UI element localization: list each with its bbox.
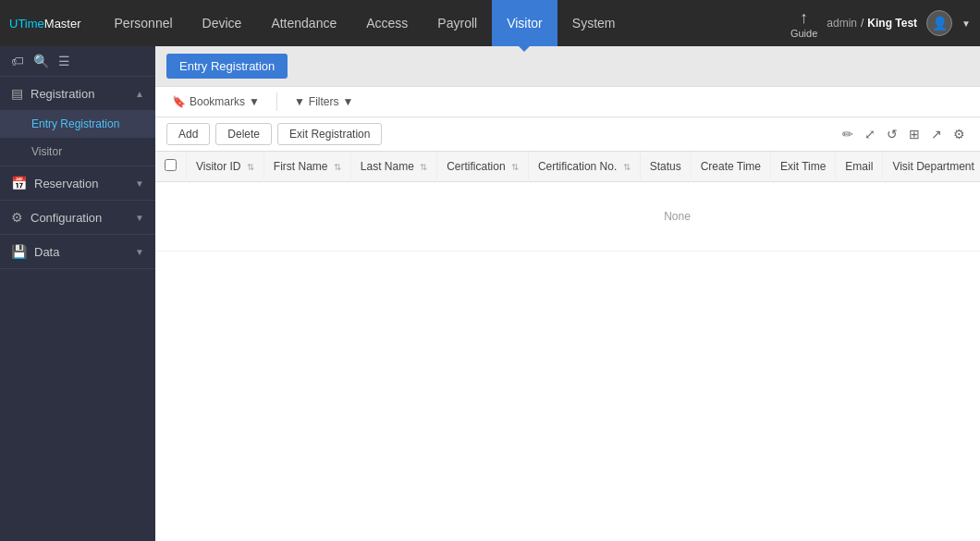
table-header-status: Status (640, 152, 691, 182)
settings-icon-button[interactable]: ⚙ (949, 125, 969, 143)
table-header-certification: Certification ⇅ (437, 152, 529, 182)
filters-button[interactable]: ▼ Filters ▼ (288, 93, 359, 110)
sidebar-item-visitor[interactable]: Visitor (0, 138, 155, 166)
refresh-icon-button[interactable]: ↺ (883, 125, 901, 143)
main-layout: 🏷 🔍 ☰ ▤ Registration ▲ Entry Registratio… (0, 46, 980, 541)
content-area: Entry Registration 🔖 Bookmarks ▼ ▼ Filte… (155, 46, 980, 541)
sidebar-configuration-label: Configuration (31, 211, 128, 225)
delete-button[interactable]: Delete (215, 123, 272, 145)
bookmarks-filters-toolbar: 🔖 Bookmarks ▼ ▼ Filters ▼ (155, 87, 980, 117)
table-header-first-name: First Name ⇅ (263, 152, 350, 182)
table-header-visit-department: Visit Department (883, 152, 980, 182)
first-name-sort-icon[interactable]: ⇅ (334, 162, 341, 172)
nav-attendance[interactable]: Attendance (256, 0, 351, 46)
sidebar-section-configuration: ⚙ Configuration ▼ (0, 201, 155, 235)
filters-label: Filters (309, 95, 339, 108)
content-header: Entry Registration (155, 46, 980, 87)
nav-personnel[interactable]: Personnel (100, 0, 188, 46)
user-info: admin / King Test (827, 17, 917, 30)
table-header-checkbox (155, 152, 187, 182)
nav-device[interactable]: Device (188, 0, 257, 46)
certification-no-sort-icon[interactable]: ⇅ (623, 162, 631, 172)
nav-items: Personnel Device Attendance Access Payro… (100, 0, 790, 46)
bookmark-icon: 🔖 (172, 95, 186, 108)
action-buttons-left: Add Delete Exit Registration (166, 123, 382, 145)
table-header-email: Email (836, 152, 883, 182)
table-header-exit-time: Exit Time (771, 152, 836, 182)
configuration-section-icon: ⚙ (11, 210, 23, 225)
bookmarks-label: Bookmarks (190, 95, 245, 108)
export-icon-button[interactable]: ↗ (927, 125, 946, 143)
data-table-container: Visitor ID ⇅ First Name ⇅ Last Name ⇅ (155, 152, 980, 541)
nav-payroll[interactable]: Payroll (423, 0, 492, 46)
action-buttons-right: ✏ ⤢ ↺ ⊞ ↗ ⚙ (839, 125, 969, 143)
table-header-create-time: Create Time (691, 152, 770, 182)
nav-right: ↑ Guide admin / King Test 👤 ▼ (790, 8, 971, 39)
table-header-certification-no: Certification No. ⇅ (528, 152, 640, 182)
expand-icon-button[interactable]: ⤢ (861, 125, 879, 143)
toolbar-separator (276, 92, 277, 111)
filters-dropdown-arrow: ▼ (342, 95, 353, 108)
sidebar-section-reservation: 📅 Reservation ▼ (0, 166, 155, 201)
sidebar-data-label: Data (34, 245, 128, 259)
certification-sort-icon[interactable]: ⇅ (511, 162, 519, 172)
select-all-checkbox[interactable] (165, 159, 177, 171)
data-section-icon: 💾 (11, 244, 27, 259)
user-admin: admin (827, 17, 857, 30)
guide-label: Guide (790, 28, 817, 39)
columns-icon-button[interactable]: ⊞ (905, 125, 924, 143)
sidebar-reservation-label: Reservation (34, 177, 128, 191)
bookmarks-button[interactable]: 🔖 Bookmarks ▼ (166, 93, 265, 110)
empty-row: None (155, 182, 980, 252)
sidebar-toolbar: 🏷 🔍 ☰ (0, 46, 155, 77)
nav-visitor[interactable]: Visitor (492, 0, 557, 46)
table-header: Visitor ID ⇅ First Name ⇅ Last Name ⇅ (155, 152, 980, 182)
nav-access[interactable]: Access (351, 0, 423, 46)
sidebar-section-registration-header[interactable]: ▤ Registration ▲ (0, 77, 155, 110)
table-header-visitor-id: Visitor ID ⇅ (187, 152, 264, 182)
table-header-row: Visitor ID ⇅ First Name ⇅ Last Name ⇅ (155, 152, 980, 182)
table-header-last-name: Last Name ⇅ (350, 152, 436, 182)
filter-icon: ▼ (294, 95, 305, 108)
guide-icon: ↑ (800, 8, 808, 28)
table-body: None (155, 182, 980, 252)
list-icon[interactable]: ☰ (58, 54, 70, 68)
user-dropdown-arrow[interactable]: ▼ (962, 18, 971, 29)
sidebar-section-configuration-header[interactable]: ⚙ Configuration ▼ (0, 201, 155, 234)
user-avatar[interactable]: 👤 (926, 10, 952, 36)
tag-icon[interactable]: 🏷 (11, 54, 24, 68)
sidebar-registration-label: Registration (31, 87, 128, 101)
action-row: Add Delete Exit Registration ✏ ⤢ ↺ ⊞ ↗ ⚙ (155, 117, 980, 152)
logo-utime: UTime (9, 17, 44, 31)
sidebar-section-reservation-header[interactable]: 📅 Reservation ▼ (0, 166, 155, 200)
registration-chevron-icon: ▲ (135, 89, 144, 99)
top-navigation: UTime Master Personnel Device Attendance… (0, 0, 980, 46)
guide-button[interactable]: ↑ Guide (790, 8, 817, 39)
data-table: Visitor ID ⇅ First Name ⇅ Last Name ⇅ (155, 152, 980, 252)
sidebar-item-entry-registration[interactable]: Entry Registration (0, 110, 155, 138)
sidebar-section-registration: ▤ Registration ▲ Entry Registration Visi… (0, 77, 155, 166)
sidebar-section-data-header[interactable]: 💾 Data ▼ (0, 235, 155, 268)
user-name: King Test (867, 17, 917, 30)
sidebar-section-data: 💾 Data ▼ (0, 235, 155, 269)
logo-master: Master (44, 17, 81, 31)
bookmarks-dropdown-arrow: ▼ (249, 95, 260, 108)
sidebar: 🏷 🔍 ☰ ▤ Registration ▲ Entry Registratio… (0, 46, 155, 541)
search-icon[interactable]: 🔍 (33, 54, 49, 68)
app-logo: UTime Master (9, 17, 81, 31)
reservation-chevron-icon: ▼ (135, 178, 144, 189)
registration-section-icon: ▤ (11, 86, 23, 101)
entry-registration-tab[interactable]: Entry Registration (166, 54, 288, 79)
data-chevron-icon: ▼ (135, 247, 144, 257)
nav-system[interactable]: System (557, 0, 631, 46)
configuration-chevron-icon: ▼ (135, 213, 144, 223)
empty-message: None (155, 182, 980, 252)
reservation-section-icon: 📅 (11, 176, 27, 191)
user-slash: / (861, 17, 864, 30)
visitor-id-sort-icon[interactable]: ⇅ (247, 162, 254, 172)
edit-icon-button[interactable]: ✏ (839, 125, 857, 143)
last-name-sort-icon[interactable]: ⇅ (420, 162, 427, 172)
add-button[interactable]: Add (166, 123, 210, 145)
exit-registration-button[interactable]: Exit Registration (277, 123, 382, 145)
